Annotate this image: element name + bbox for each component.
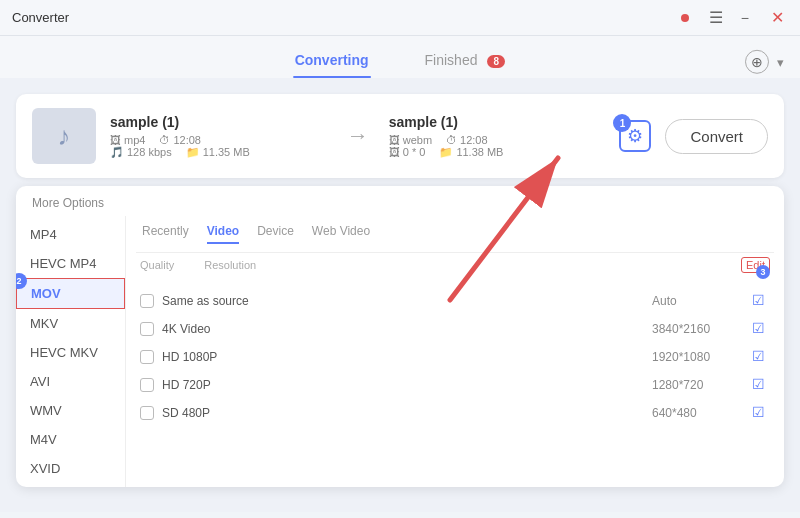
quality-row-1080p: HD 1080P 1920*1080 ☑ (136, 343, 774, 371)
radio-720p[interactable] (140, 378, 154, 392)
format-xvid[interactable]: XVID (16, 454, 125, 483)
file-card: ♪ sample (1) 🖼 mp4 ⏱ 12:08 🎵 128 kbps (16, 94, 784, 178)
resolution-col-header: Resolution (204, 259, 734, 285)
sub-tab-web-video[interactable]: Web Video (312, 224, 370, 244)
quality-header: Quality Resolution Edit 3 (136, 253, 774, 287)
output-duration: ⏱ 12:08 (446, 134, 488, 146)
quality-row-720p: HD 720P 1280*720 ☑ (136, 371, 774, 399)
input-meta: 🖼 mp4 ⏱ 12:08 (110, 134, 327, 146)
window-controls: ☰ − ✕ (709, 6, 788, 29)
finished-badge: 8 (487, 55, 505, 68)
app-title: Converter (12, 10, 69, 25)
quality-res: 3840*2160 (652, 322, 752, 336)
chevron-down-icon[interactable]: ▾ (777, 54, 784, 69)
file-input-info: sample (1) 🖼 mp4 ⏱ 12:08 🎵 128 kbps 📁 (110, 114, 327, 159)
music-icon: ♪ (58, 121, 71, 152)
sub-tabs: Recently Video Device Web Video (136, 216, 774, 253)
sub-tab-recently[interactable]: Recently (142, 224, 189, 244)
main-content: ♪ sample (1) 🖼 mp4 ⏱ 12:08 🎵 128 kbps (0, 78, 800, 512)
input-format: 🖼 mp4 (110, 134, 145, 146)
sub-tab-device[interactable]: Device (257, 224, 294, 244)
format-wmv[interactable]: WMV (16, 396, 125, 425)
input-duration: ⏱ 12:08 (159, 134, 201, 146)
conversion-arrow: → (341, 123, 375, 149)
clock-icon: ⏱ (159, 134, 170, 146)
edit-icon[interactable]: ☑ (752, 404, 770, 422)
file-output-info: sample (1) 🖼 webm ⏱ 12:08 🖼 0 * 0 📁 (389, 114, 606, 159)
more-options-panel: More Options MP4 HEVC MP4 2 MOV MKV HEVC… (16, 186, 784, 487)
format-m4v[interactable]: M4V (16, 425, 125, 454)
quality-name: 4K Video (162, 322, 652, 336)
radio-4k[interactable] (140, 322, 154, 336)
panel-body: MP4 HEVC MP4 2 MOV MKV HEVC MKV AVI WMV … (16, 216, 784, 487)
edit-col-header: Edit 3 (734, 259, 770, 285)
radio-480p[interactable] (140, 406, 154, 420)
clock-icon2: ⏱ (446, 134, 457, 146)
format-hevc-mp4[interactable]: HEVC MP4 (16, 249, 125, 278)
minimize-button[interactable]: − (737, 8, 753, 28)
title-bar: Converter ☰ − ✕ (0, 0, 800, 36)
format-mov[interactable]: 2 MOV (16, 278, 125, 309)
add-button[interactable]: ⊕ (745, 50, 769, 74)
sub-tab-video[interactable]: Video (207, 224, 239, 244)
quality-name: HD 1080P (162, 350, 652, 364)
quality-table: Quality Resolution Edit 3 Same as source (136, 253, 774, 427)
quality-name: Same as source (162, 294, 652, 308)
format-mp4[interactable]: MP4 (16, 220, 125, 249)
tabs-bar: Converting Finished 8 ⊕ ▾ (0, 36, 800, 78)
bitrate-icon: 🎵 (110, 146, 124, 159)
quality-row-same-as-source: Same as source Auto ☑ (136, 287, 774, 315)
input-meta2: 🎵 128 kbps 📁 11.35 MB (110, 146, 327, 159)
quality-name: SD 480P (162, 406, 652, 420)
file-icon2: 🖼 (389, 134, 400, 146)
edit-icon[interactable]: ☑ (752, 320, 770, 338)
close-button[interactable]: ✕ (767, 6, 788, 29)
output-filename: sample (1) (389, 114, 606, 130)
gear-badge: 1 (613, 114, 631, 132)
input-bitrate: 🎵 128 kbps (110, 146, 172, 159)
folder-icon: 📁 (186, 146, 200, 159)
tabs-right-controls: ⊕ ▾ (745, 50, 784, 74)
format-list: MP4 HEVC MP4 2 MOV MKV HEVC MKV AVI WMV … (16, 216, 126, 487)
file-thumbnail: ♪ (32, 108, 96, 164)
radio-1080p[interactable] (140, 350, 154, 364)
settings-gear-button[interactable]: 1 ⚙ (619, 120, 651, 152)
panel-right: Recently Video Device Web Video Quality … (126, 216, 784, 487)
format-avi[interactable]: AVI (16, 367, 125, 396)
format-hevc-mkv[interactable]: HEVC MKV (16, 338, 125, 367)
edit-icon[interactable]: ☑ (752, 376, 770, 394)
quality-res: 1280*720 (652, 378, 752, 392)
input-filename: sample (1) (110, 114, 327, 130)
radio-same-as-source[interactable] (140, 294, 154, 308)
output-meta2: 🖼 0 * 0 📁 11.38 MB (389, 146, 606, 159)
edit-icon[interactable]: ☑ (752, 348, 770, 366)
quality-col-header: Quality (140, 259, 174, 285)
notification-dot (681, 14, 689, 22)
tab-converting[interactable]: Converting (267, 44, 397, 78)
file-icon: 🖼 (110, 134, 121, 146)
quality-res: 640*480 (652, 406, 752, 420)
tab-finished[interactable]: Finished 8 (397, 44, 534, 78)
convert-button[interactable]: Convert (665, 119, 768, 154)
more-options-title: More Options (16, 186, 784, 216)
output-resolution: 🖼 0 * 0 (389, 146, 426, 159)
output-meta: 🖼 webm ⏱ 12:08 (389, 134, 606, 146)
quality-res: 1920*1080 (652, 350, 752, 364)
quality-row-4k: 4K Video 3840*2160 ☑ (136, 315, 774, 343)
res-icon: 🖼 (389, 146, 400, 158)
input-filesize: 📁 11.35 MB (186, 146, 250, 159)
edit-badge: 3 (756, 265, 770, 279)
format-badge: 2 (16, 273, 27, 289)
output-filesize: 📁 11.38 MB (439, 146, 503, 159)
quality-res: Auto (652, 294, 752, 308)
quality-name: HD 720P (162, 378, 652, 392)
quality-row-480p: SD 480P 640*480 ☑ (136, 399, 774, 427)
edit-icon[interactable]: ☑ (752, 292, 770, 310)
menu-icon[interactable]: ☰ (709, 9, 723, 26)
format-mkv[interactable]: MKV (16, 309, 125, 338)
output-format: 🖼 webm (389, 134, 432, 146)
folder-icon2: 📁 (439, 146, 453, 159)
